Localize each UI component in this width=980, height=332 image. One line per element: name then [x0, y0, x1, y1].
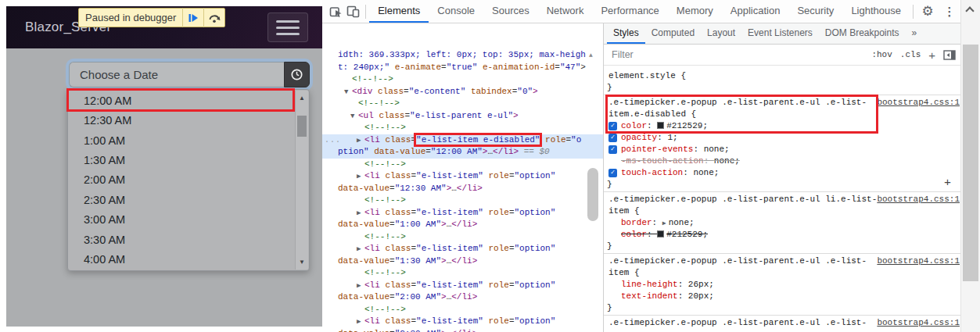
time-option-3-30-am[interactable]: 3:30 AM [68, 230, 295, 249]
dom-tree-node-line[interactable]: <!--!--> [322, 122, 603, 134]
property-checkbox[interactable]: ✓ [608, 169, 617, 177]
time-option-2-30-am[interactable]: 2:30 AM [68, 190, 295, 209]
devtools-tab-performance[interactable]: Performance [592, 0, 667, 23]
dom-tree-node-line[interactable]: <!--!--> [322, 267, 603, 280]
css-property-ms-touch-action[interactable]: -ms-touch-action: none; [604, 155, 960, 167]
device-toolbar-button[interactable] [345, 0, 363, 23]
menu-button[interactable] [267, 12, 308, 42]
css-selector[interactable]: item.e-disabled { [604, 109, 960, 120]
inspect-element-button[interactable] [327, 0, 345, 23]
css-rule-close[interactable]: } [604, 302, 960, 314]
more-options-icon[interactable]: ⋮ [939, 5, 960, 19]
dom-tree-node-line[interactable]: data-value="2:00 AM">…</li> [322, 291, 603, 304]
dom-tree-node-line[interactable]: t: 240px;" e-animate="true" e-animation-… [322, 62, 603, 74]
time-option-1-00-am[interactable]: 1:00 AM [68, 130, 295, 150]
css-source-link[interactable]: bootstrap4.css:1 [877, 317, 960, 329]
toggle-hover-state[interactable]: :hov [871, 50, 892, 59]
devtools-tab-network[interactable]: Network [538, 0, 593, 23]
dom-tree-node-line[interactable]: data-value="1:00 AM">…</li> [322, 219, 603, 231]
property-checkbox[interactable]: ✓ [608, 145, 617, 154]
css-property-text-indent[interactable]: text-indent: 20px; [604, 291, 960, 302]
dom-tree-node-line[interactable]: ▶<li class="e-list-item" role="option" [322, 280, 603, 292]
window-scrollbar-thumb[interactable] [963, 45, 978, 281]
css-selector[interactable]: item { [604, 267, 960, 279]
dom-tree-node-line[interactable]: <!--!--> [322, 98, 603, 110]
time-option-3-00-am[interactable]: 3:00 AM [68, 210, 295, 230]
property-checkbox[interactable]: ✓ [608, 122, 617, 130]
css-source-link[interactable]: bootstrap4.css:1 [877, 255, 960, 267]
css-property-color[interactable]: ✓color: #212529; [604, 120, 960, 132]
dom-tree-node-line[interactable]: data-value="2:30 AM">…</li> [322, 328, 603, 332]
scroll-up-icon[interactable]: ▲ [296, 92, 308, 104]
settings-gear-icon[interactable]: ⚙ [917, 3, 939, 20]
dom-tree-node-line[interactable]: idth: 369.333px; left: 0px; top: 35px; m… [322, 49, 603, 62]
dom-tree-node-line[interactable]: <!--!--> [322, 159, 603, 171]
css-property-pointer-events[interactable]: ✓pointer-events: none; [604, 144, 960, 155]
dom-tree-node-line[interactable]: ▼<div class="e-content" tabindex="0"> [322, 86, 603, 98]
devtools-tab-security[interactable]: Security [788, 0, 842, 23]
dom-tree-node-line[interactable]: <!--!--> [322, 231, 603, 244]
insert-style-rule-button[interactable]: + [944, 177, 951, 189]
dom-tree-node-line[interactable]: ▶<li class="e-list-item" role="option" [322, 207, 603, 220]
css-selector[interactable]: .e-timepicker.e-popup .e-list-parent.e-u… [604, 97, 960, 109]
sidebar-layout-toggle-icon[interactable] [943, 50, 956, 60]
devtools-tab-memory[interactable]: Memory [668, 0, 722, 23]
timepicker-input[interactable] [69, 62, 284, 87]
dom-tree-node-line[interactable]: ▶<li class="e-list-item" role="option" [322, 170, 603, 183]
sidebar-tab-dom-breakpoints[interactable]: DOM Breakpoints [819, 23, 906, 44]
dom-tree-node-line[interactable]: ...▶<li class="e-list-item e-disabled" r… [322, 134, 603, 147]
time-option-1-30-am[interactable]: 1:30 AM [68, 150, 295, 170]
css-selector[interactable]: item { [604, 205, 960, 217]
resume-script-button[interactable] [183, 8, 203, 27]
step-over-button[interactable] [204, 8, 224, 27]
styles-filter-input[interactable] [612, 49, 863, 60]
devtools-tab-console[interactable]: Console [429, 0, 483, 23]
css-rule-close[interactable]: } [604, 82, 960, 94]
scrollbar-up-icon[interactable] [965, 6, 974, 15]
css-property-color[interactable]: color: #212529; [604, 229, 960, 241]
sidebar-tab-computed[interactable]: Computed [645, 23, 701, 44]
dom-tree-node-line[interactable]: data-value="12:30 AM">…</li> [322, 183, 603, 195]
dom-tree-node-line[interactable]: <!--!--> [322, 195, 603, 207]
sidebar-tab-layout[interactable]: Layout [701, 23, 741, 44]
css-property-opacity[interactable]: ✓opacity: 1; [604, 132, 960, 144]
elements-scrollbar-thumb[interactable] [587, 168, 598, 221]
property-checkbox[interactable]: ✓ [608, 134, 617, 142]
css-property-line-height[interactable]: line-height: 26px; [604, 279, 960, 291]
css-property-touch-action[interactable]: ✓touch-action: none; [604, 167, 960, 179]
css-source-link[interactable]: bootstrap4.css:1 [877, 97, 960, 109]
dom-tree-node-line[interactable]: data-value="1:30 AM">…</li> [322, 255, 603, 268]
devtools-tab-application[interactable]: Application [722, 0, 789, 23]
scroll-down-icon[interactable]: ▼ [296, 256, 308, 268]
new-style-rule-button[interactable]: + [928, 48, 935, 62]
devtools-tab-sources[interactable]: Sources [483, 0, 538, 23]
dom-tree-node-line[interactable]: ▶<li class="e-list-item" role="option" [322, 316, 603, 328]
time-option-2-00-am[interactable]: 2:00 AM [68, 170, 295, 190]
window-scrollbar[interactable] [960, 0, 980, 332]
elements-scroll-up-icon[interactable]: ▲ [589, 52, 593, 59]
devtools-tab-elements[interactable]: Elements [369, 0, 429, 23]
color-swatch[interactable] [657, 230, 664, 237]
toggle-class-state[interactable]: .cls [900, 50, 921, 59]
node-menu-dots-icon[interactable]: ... [325, 134, 341, 147]
dom-tree-node-line[interactable]: ption" data-value="12:00 AM">…</li> == $… [322, 146, 603, 159]
time-option-4-00-am[interactable]: 4:00 AM [68, 250, 295, 270]
sidebar-tab-event-listeners[interactable]: Event Listeners [741, 23, 819, 44]
timepicker-clock-button[interactable] [284, 62, 310, 87]
dom-tree-node-line[interactable]: ▼<ul class="e-list-parent e-ul"> [322, 110, 603, 123]
popup-scrollbar-thumb[interactable] [297, 116, 307, 137]
css-selector[interactable]: .e-timepicker.e-popup .e-list-parent.e-u… [604, 317, 960, 329]
css-source-link[interactable]: bootstrap4.css:1 [877, 194, 960, 205]
time-option-12-30-am[interactable]: 12:30 AM [68, 110, 295, 130]
popup-scrollbar[interactable]: ▲ ▼ [295, 91, 308, 270]
sidebar-tab-styles[interactable]: Styles [607, 23, 645, 44]
css-rule-close[interactable]: }+ [604, 179, 960, 191]
sidebar-tab-more[interactable]: » [906, 23, 924, 44]
shorthand-expander-icon[interactable]: ▶ [662, 220, 666, 227]
dom-tree-node-line[interactable]: <!--!--> [322, 304, 603, 316]
dom-tree-node-line[interactable]: ▶<li class="e-list-item" role="option" [322, 243, 603, 255]
color-swatch[interactable] [657, 122, 664, 129]
devtools-tab-lighthouse[interactable]: Lighthouse [842, 0, 910, 23]
css-selector[interactable]: .e-timepicker.e-popup .e-list-parent.e-u… [604, 194, 960, 205]
css-selector[interactable]: .e-timepicker.e-popup .e-list-parent.e-u… [604, 255, 960, 267]
